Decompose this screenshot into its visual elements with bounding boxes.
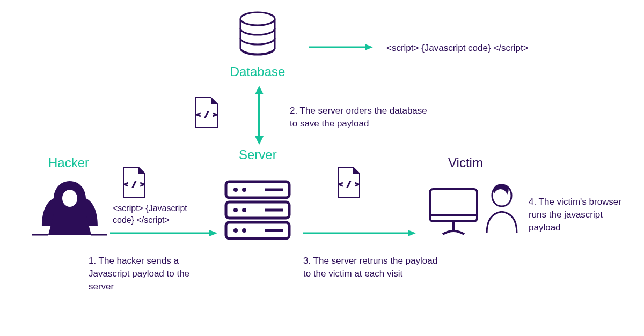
hacker-payload-snippet: <script> {Javascript code} </script> — [113, 203, 209, 227]
hacker-icon — [32, 177, 107, 241]
svg-point-0 — [240, 12, 275, 25]
svg-point-7 — [62, 190, 77, 207]
step3-text: 3. The server retruns the payload to the… — [303, 255, 443, 280]
database-label: Database — [225, 64, 290, 79]
svg-marker-2 — [365, 44, 373, 50]
code-file-icon-left: < / > — [121, 166, 148, 198]
code-file-icon-right: < / > — [335, 166, 362, 198]
svg-point-23 — [242, 228, 246, 233]
server-icon — [223, 180, 292, 241]
svg-text:< / >: < / > — [196, 110, 217, 118]
svg-text:< / >: < / > — [338, 180, 359, 188]
svg-marker-5 — [255, 136, 264, 145]
arrow-db-to-script — [309, 42, 373, 53]
step1-text: 1. The hacker sends a Javascript payload… — [89, 255, 207, 293]
arrow-server-db — [253, 86, 266, 145]
svg-marker-27 — [408, 230, 416, 236]
svg-rect-28 — [430, 189, 477, 221]
step2-text: 2. The server orders the database to sav… — [290, 104, 429, 130]
server-label: Server — [239, 147, 277, 162]
victim-person-icon — [480, 180, 523, 238]
code-file-icon-top: < / > — [193, 96, 220, 129]
svg-point-17 — [242, 188, 246, 192]
svg-point-19 — [233, 208, 238, 212]
victim-label: Victim — [448, 155, 483, 170]
svg-text:< / >: < / > — [123, 180, 144, 188]
svg-marker-12 — [209, 230, 217, 236]
database-icon — [231, 11, 284, 64]
svg-marker-4 — [255, 86, 264, 94]
arrow-hacker-to-server — [110, 228, 217, 238]
step4-text: 4. The victim's browser runs the javascr… — [529, 196, 631, 234]
svg-point-16 — [233, 188, 238, 192]
svg-point-22 — [233, 228, 238, 233]
hacker-label: Hacker — [48, 155, 89, 170]
db-payload-snippet: <script> {Javascript code} </script> — [386, 42, 529, 55]
svg-point-20 — [242, 208, 246, 212]
arrow-server-to-victim — [303, 228, 416, 238]
monitor-icon — [427, 185, 480, 238]
